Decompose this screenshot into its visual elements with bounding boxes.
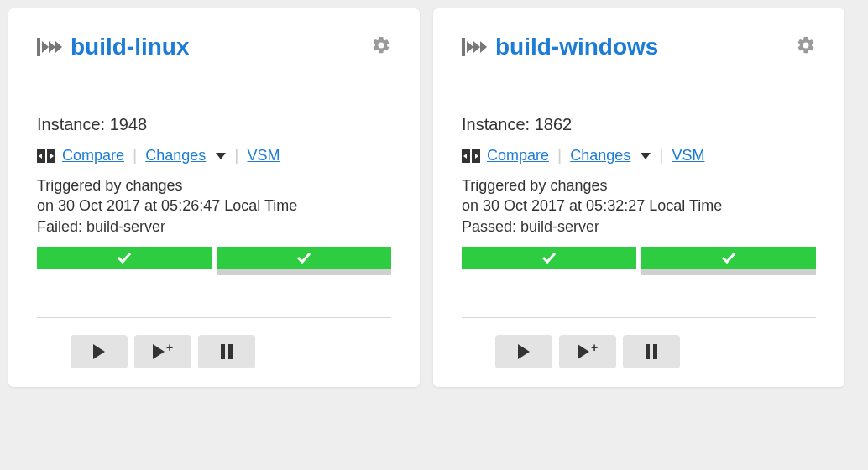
play-button[interactable] xyxy=(71,335,128,368)
svg-rect-24 xyxy=(646,344,650,359)
gear-icon[interactable] xyxy=(796,35,816,59)
changes-link[interactable]: Changes xyxy=(570,147,630,164)
compare-link[interactable]: Compare xyxy=(487,147,549,164)
instance-label: Instance: 1862 xyxy=(462,115,816,134)
vsm-link[interactable]: VSM xyxy=(672,147,705,164)
separator: | xyxy=(233,146,240,165)
svg-marker-16 xyxy=(480,41,487,53)
footer-divider xyxy=(37,317,391,318)
changes-link[interactable]: Changes xyxy=(145,147,206,164)
status-line: Failed: build-server xyxy=(37,217,391,237)
controls-row: + xyxy=(37,335,391,368)
card-header: build-windows xyxy=(462,34,816,60)
trigger-time: on 30 Oct 2017 at 05:32:27 Local Time xyxy=(462,196,816,216)
svg-rect-0 xyxy=(37,38,40,56)
separator: | xyxy=(131,146,139,165)
stage-bar-passed[interactable] xyxy=(641,247,816,269)
chevron-down-icon[interactable] xyxy=(641,153,651,159)
svg-rect-13 xyxy=(462,38,465,56)
svg-marker-23 xyxy=(578,344,589,359)
svg-marker-22 xyxy=(518,344,530,359)
triggered-by: Triggered by changes xyxy=(37,175,391,196)
svg-marker-14 xyxy=(467,41,473,53)
trigger-meta: Triggered by changes on 30 Oct 2017 at 0… xyxy=(462,175,816,237)
card-header: build-linux xyxy=(37,34,391,60)
separator: | xyxy=(657,146,665,165)
play-with-options-button[interactable]: + xyxy=(559,335,616,368)
header-divider xyxy=(37,76,391,76)
links-row: Compare | Changes | VSM xyxy=(462,146,816,165)
separator: | xyxy=(556,146,563,165)
svg-marker-15 xyxy=(473,41,480,53)
stages-row xyxy=(37,247,391,275)
pipeline-title-link[interactable]: build-linux xyxy=(71,34,190,60)
pipeline-card-build-windows: build-windows Instance: 1862 xyxy=(433,8,844,387)
pipeline-cards-container: build-linux Instance: 1948 Co xyxy=(8,8,860,387)
pause-button[interactable] xyxy=(623,335,680,368)
gear-icon[interactable] xyxy=(371,35,391,59)
title-group: build-linux xyxy=(37,34,190,60)
compare-icon xyxy=(462,149,480,163)
pipeline-card-build-linux: build-linux Instance: 1948 Co xyxy=(8,8,420,387)
stages-row xyxy=(462,247,816,275)
svg-marker-10 xyxy=(153,344,165,359)
trigger-meta: Triggered by changes on 30 Oct 2017 at 0… xyxy=(37,175,391,237)
stage-progress-running xyxy=(217,269,391,275)
plus-icon: + xyxy=(166,341,173,354)
stage-1 xyxy=(37,247,212,275)
play-with-options-button[interactable]: + xyxy=(134,335,191,368)
pipeline-icon xyxy=(462,36,487,58)
instance-number: 1862 xyxy=(535,115,573,133)
triggered-by: Triggered by changes xyxy=(462,175,816,196)
title-group: build-windows xyxy=(462,34,658,60)
stage-bar-passed[interactable] xyxy=(217,247,391,269)
svg-marker-21 xyxy=(641,153,651,159)
svg-rect-11 xyxy=(221,344,225,359)
svg-rect-12 xyxy=(228,344,233,359)
instance-label: Instance: 1948 xyxy=(37,115,391,134)
stage-bar-passed[interactable] xyxy=(462,247,636,269)
trigger-time: on 30 Oct 2017 at 05:26:47 Local Time xyxy=(37,196,391,216)
svg-marker-8 xyxy=(216,153,226,159)
pipeline-title-link[interactable]: build-windows xyxy=(495,34,658,60)
svg-marker-2 xyxy=(49,41,55,53)
header-divider xyxy=(462,76,816,76)
svg-marker-9 xyxy=(93,344,105,359)
footer-divider xyxy=(462,317,816,318)
compare-link[interactable]: Compare xyxy=(62,147,124,164)
play-button[interactable] xyxy=(495,335,552,368)
compare-icon xyxy=(37,149,55,163)
instance-number: 1948 xyxy=(110,115,148,133)
stage-2 xyxy=(641,247,816,275)
svg-rect-25 xyxy=(653,344,657,359)
svg-marker-3 xyxy=(55,41,62,53)
plus-icon: + xyxy=(591,341,598,354)
stage-progress-running xyxy=(641,269,816,275)
vsm-link[interactable]: VSM xyxy=(248,147,280,164)
stage-bar-passed[interactable] xyxy=(37,247,212,269)
stage-2 xyxy=(217,247,391,275)
svg-marker-1 xyxy=(42,41,49,53)
pause-button[interactable] xyxy=(198,335,255,368)
status-line: Passed: build-server xyxy=(462,217,816,237)
stage-1 xyxy=(462,247,636,275)
controls-row: + xyxy=(462,335,816,368)
chevron-down-icon[interactable] xyxy=(216,153,226,159)
links-row: Compare | Changes | VSM xyxy=(37,146,391,165)
pipeline-icon xyxy=(37,36,62,58)
